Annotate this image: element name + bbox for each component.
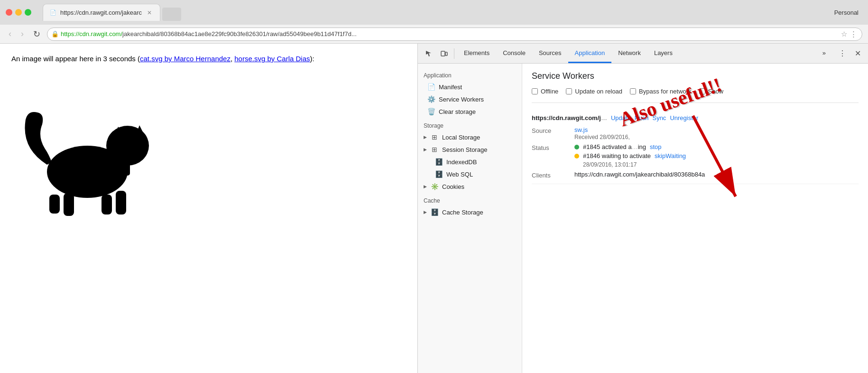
device-toolbar-button[interactable] (437, 47, 451, 61)
tab-layers[interactable]: Layers (647, 44, 679, 63)
forward-button[interactable]: › (18, 27, 27, 41)
sw-show-checkbox[interactable] (699, 88, 705, 94)
sidebar-item-local-storage-label: Local Storage (442, 134, 480, 141)
sw-waiting-text: #1846 waiting to activate (583, 152, 651, 159)
devtools-more-button[interactable]: ⋮ (835, 47, 850, 61)
traffic-lights (6, 9, 31, 16)
active-tab[interactable]: 📄 https://cdn.rawgit.com/jakearc ✕ (43, 4, 160, 21)
sw-update-option[interactable]: Update on reload (566, 88, 622, 95)
sw-bypass-checkbox[interactable] (630, 88, 636, 94)
sw-status-label: Status (532, 143, 574, 168)
svg-rect-2 (116, 191, 126, 214)
cache-storage-arrow: ▶ (424, 210, 427, 214)
sidebar-item-manifest-label: Manifest (439, 84, 462, 91)
sw-divider (532, 103, 859, 103)
sw-options: Offline Update on reload Bypass for netw… (532, 88, 859, 95)
sw-status-row: #1845 activated a…ing stop #1846 waiting… (574, 143, 859, 168)
tab-more[interactable]: » (816, 44, 832, 63)
sidebar-item-indexeddb[interactable]: 🗄️ IndexedDB (418, 156, 522, 168)
sidebar-section-cache: Cache (418, 193, 522, 206)
main-area: An image will appear here in 3 seconds (… (0, 44, 868, 373)
tab-bar: 📄 https://cdn.rawgit.com/jakearc ✕ (43, 4, 831, 21)
sw-active-dot (574, 145, 579, 149)
sw-update-checkbox[interactable] (566, 88, 572, 94)
sw-bypass-option[interactable]: Bypass for network (630, 88, 692, 95)
sw-active-status-line: #1845 activated a…ing stop (574, 143, 859, 150)
sidebar-item-manifest[interactable]: 📄 Manifest (418, 81, 522, 93)
sw-skip-waiting-link[interactable]: skipWaiting (655, 152, 686, 159)
cookies-arrow: ▶ (424, 184, 427, 189)
sw-entry: https://cdn.rawgit.com/j… Update Push Sy… (532, 110, 859, 184)
address-url-dark: jakearchibald/80368b84ac1ae8e229fc90b3fe… (122, 30, 357, 37)
sidebar-item-cookies-label: Cookies (442, 183, 464, 190)
sidebar-item-websql[interactable]: 🗄️ Web SQL (418, 168, 522, 180)
cache-storage-icon: 🗄️ (431, 208, 438, 216)
session-storage-icon: ⊞ (431, 146, 438, 153)
local-storage-icon: ⊞ (431, 133, 438, 141)
sw-update-link[interactable]: Update (611, 114, 631, 121)
toolbar-divider (454, 48, 454, 59)
devtools-close-button[interactable]: ✕ (851, 47, 864, 61)
browser-window: 📄 https://cdn.rawgit.com/jakearc ✕ Perso… (0, 0, 868, 373)
sidebar-item-indexeddb-label: IndexedDB (446, 159, 477, 166)
maximize-button[interactable] (25, 9, 31, 16)
sw-offline-checkbox[interactable] (532, 88, 538, 94)
tab-application[interactable]: Application (568, 44, 612, 63)
sw-push-link[interactable]: Push (635, 114, 649, 121)
new-tab-button[interactable] (162, 8, 181, 21)
sw-stop-link[interactable]: stop (650, 143, 662, 150)
sw-show-label: Show (708, 88, 724, 95)
tab-network[interactable]: Network (611, 44, 647, 63)
service-workers-icon: ⚙️ (427, 95, 435, 103)
page-content: An image will appear here in 3 seconds (… (0, 44, 417, 373)
sidebar-item-local-storage[interactable]: ▶ ⊞ Local Storage (418, 131, 522, 143)
devtools-toolbar: Elements Console Sources Application Net… (418, 44, 868, 64)
svg-rect-3 (102, 195, 112, 214)
bookmark-icon[interactable]: ☆ (841, 30, 847, 38)
address-bar[interactable]: 🔒 https://cdn.rawgit.com/ jakearchibald/… (47, 28, 862, 41)
svg-rect-5 (49, 195, 60, 214)
sw-source-value: sw.js Received 28/09/2016, (574, 126, 859, 140)
devtools-main-panel: Service Workers Offline Update on reload (522, 64, 868, 373)
address-menu-icon[interactable]: ⋮ (850, 30, 857, 38)
devtools-tabs: Elements Console Sources Application Net… (457, 44, 832, 63)
sidebar-item-sw-label: Service Workers (439, 96, 484, 103)
sidebar-item-session-storage[interactable]: ▶ ⊞ Session Storage (418, 143, 522, 156)
sw-details: Source sw.js Received 28/09/2016, Status (532, 126, 859, 179)
sidebar-item-cookies[interactable]: ▶ ✳️ Cookies (418, 180, 522, 193)
sw-sync-link[interactable]: Sync (652, 114, 666, 121)
sw-waiting-timestamp: 28/09/2016, 13:01:17 (583, 161, 859, 168)
sw-offline-label: Offline (541, 88, 558, 95)
address-bar-row: ‹ › ↻ 🔒 https://cdn.rawgit.com/ jakearch… (0, 25, 868, 44)
sw-clients-label: Clients (532, 171, 574, 179)
sw-show-option[interactable]: Show (699, 88, 724, 95)
sw-file-link[interactable]: sw.js (574, 126, 588, 133)
sw-clients-value: https://cdn.rawgit.com/jakearchibald/803… (574, 171, 859, 179)
tab-close-button[interactable]: ✕ (146, 9, 153, 17)
sw-unregister-link[interactable]: Unregister (670, 114, 698, 121)
sw-update-label: Update on reload (575, 88, 622, 95)
cat-svg-link[interactable]: cat.svg by Marco Hernandez (140, 55, 231, 63)
websql-icon: 🗄️ (435, 170, 443, 178)
svg-rect-8 (113, 162, 130, 176)
sidebar-item-cache-storage[interactable]: ▶ 🗄️ Cache Storage (418, 206, 522, 218)
sidebar-section-application: Application (418, 67, 522, 81)
horse-svg-link[interactable]: horse.svg by Carla Dias (234, 55, 310, 63)
reload-button[interactable]: ↻ (30, 27, 43, 41)
minimize-button[interactable] (15, 9, 22, 16)
svg-rect-10 (445, 52, 447, 56)
back-button[interactable]: ‹ (6, 27, 14, 41)
sw-waiting-dot (574, 154, 579, 159)
sidebar-item-cache-storage-label: Cache Storage (442, 209, 483, 216)
sidebar-item-clear-storage[interactable]: 🗑️ Clear storage (418, 105, 522, 118)
inspect-element-button[interactable] (422, 47, 436, 61)
sw-offline-option[interactable]: Offline (532, 88, 558, 95)
tab-sources[interactable]: Sources (532, 44, 568, 63)
tab-elements[interactable]: Elements (457, 44, 496, 63)
tab-console[interactable]: Console (496, 44, 532, 63)
close-button[interactable] (6, 9, 12, 16)
sw-waiting-status-line: #1846 waiting to activate skipWaiting (574, 152, 859, 159)
sidebar-item-service-workers[interactable]: ⚙️ Service Workers (418, 93, 522, 105)
devtools-sidebar: Application 📄 Manifest ⚙️ Service Worker… (418, 64, 522, 373)
svg-rect-9 (441, 51, 445, 56)
